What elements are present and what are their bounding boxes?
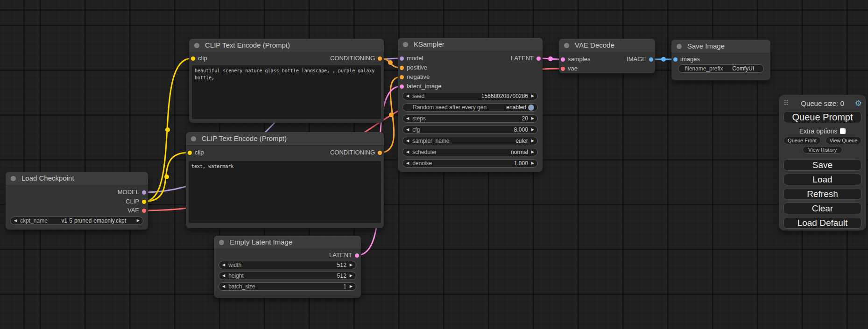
decrement-arrow-icon[interactable]: ◀	[406, 160, 409, 167]
collapse-dot[interactable]	[677, 44, 682, 49]
latent-output-port[interactable]	[355, 253, 359, 258]
ckpt-name-widget[interactable]: ◀ ckpt_name v1-5-pruned-emaonly.ckpt ▶	[10, 217, 143, 225]
width-widget[interactable]: ◀ width 512 ▶	[219, 261, 356, 269]
queue-prompt-button[interactable]: Queue Prompt	[783, 111, 861, 123]
decrement-arrow-icon[interactable]: ◀	[222, 272, 225, 280]
model-output-port[interactable]	[142, 190, 146, 195]
decrement-arrow-icon[interactable]: ◀	[222, 283, 225, 290]
clip-output-port[interactable]	[142, 200, 146, 204]
decrement-arrow-icon[interactable]: ◀	[406, 92, 409, 100]
settings-gear-icon[interactable]: ⚙	[855, 99, 862, 108]
io-row: positive	[398, 63, 543, 72]
node-ksampler[interactable]: KSampler model LATENT positive negative …	[398, 38, 543, 172]
widget-value: 1.000	[514, 160, 528, 167]
samples-input-port[interactable]	[561, 57, 565, 62]
toggle-circle-icon[interactable]	[528, 105, 534, 111]
image-output-port[interactable]	[649, 57, 653, 62]
scheduler-widget[interactable]: ◀ scheduler normal ▶	[402, 148, 538, 156]
io-row: model LATENT	[398, 54, 543, 63]
clear-button[interactable]: Clear	[783, 203, 861, 214]
node-clip-text-encode-positive[interactable]: CLIP Text Encode (Prompt) clip CONDITION…	[189, 39, 384, 123]
decrement-arrow-icon[interactable]: ◀	[406, 148, 409, 156]
decrement-arrow-icon[interactable]: ◀	[14, 217, 17, 224]
node-empty-latent-image[interactable]: Empty Latent Image LATENT ◀ width 512 ▶ …	[214, 236, 361, 298]
conditioning-output-port[interactable]	[378, 151, 382, 155]
increment-arrow-icon[interactable]: ▶	[531, 160, 534, 167]
increment-arrow-icon[interactable]: ▶	[137, 217, 140, 224]
clip-input-port[interactable]	[191, 56, 195, 61]
output-label: IMAGE	[627, 55, 646, 64]
node-vae-decode[interactable]: VAE Decode samples IMAGE vae	[559, 39, 655, 73]
model-input-port[interactable]	[400, 56, 404, 61]
queue-front-button[interactable]: Queue Front	[783, 137, 821, 144]
vae-output-port[interactable]	[142, 209, 146, 213]
node-graph-canvas[interactable]: Load Checkpoint MODEL CLIP VAE ◀ ckpt_na…	[0, 0, 868, 329]
node-titlebar[interactable]: Load Checkpoint	[6, 172, 148, 185]
queue-size-label: Queue size: 0	[779, 98, 866, 109]
decrement-arrow-icon[interactable]: ◀	[406, 137, 409, 145]
node-titlebar[interactable]: CLIP Text Encode (Prompt)	[186, 132, 384, 146]
increment-arrow-icon[interactable]: ▶	[350, 261, 353, 269]
load-button[interactable]: Load	[783, 174, 861, 185]
output-row: VAE	[6, 206, 148, 215]
extra-options-checkbox[interactable]	[840, 128, 846, 134]
denoise-widget[interactable]: ◀ denoise 1.000 ▶	[402, 159, 538, 168]
view-history-button[interactable]: View History	[803, 146, 842, 154]
collapse-dot[interactable]	[194, 43, 199, 48]
load-default-button[interactable]: Load Default	[783, 217, 861, 229]
decrement-arrow-icon[interactable]: ◀	[406, 126, 409, 133]
images-input-port[interactable]	[673, 57, 677, 62]
prompt-textarea[interactable]: beautiful scenery nature glass bottle la…	[192, 65, 381, 119]
node-load-checkpoint[interactable]: Load Checkpoint MODEL CLIP VAE ◀ ckpt_na…	[6, 172, 148, 230]
input-label: vae	[568, 64, 578, 73]
widget-label: batch_size	[228, 283, 255, 290]
decrement-arrow-icon[interactable]: ◀	[222, 261, 225, 269]
save-button[interactable]: Save	[783, 159, 861, 171]
node-titlebar[interactable]: KSampler	[398, 38, 543, 51]
random-seed-toggle[interactable]: Random seed after every gen enabled	[402, 103, 538, 112]
latent-image-input-port[interactable]	[400, 84, 404, 89]
node-save-image[interactable]: Save Image images filename_prefix ComfyU…	[671, 40, 770, 80]
node-titlebar[interactable]: Empty Latent Image	[214, 236, 361, 249]
io-row: images	[671, 55, 770, 64]
collapse-dot[interactable]	[191, 136, 196, 141]
collapse-dot[interactable]	[564, 43, 569, 48]
node-titlebar[interactable]: VAE Decode	[559, 39, 655, 52]
node-titlebar[interactable]: CLIP Text Encode (Prompt)	[189, 39, 384, 52]
increment-arrow-icon[interactable]: ▶	[531, 115, 534, 122]
increment-arrow-icon[interactable]: ▶	[531, 126, 534, 133]
refresh-button[interactable]: Refresh	[783, 188, 861, 200]
collapse-dot[interactable]	[219, 240, 224, 245]
batch-size-widget[interactable]: ◀ batch_size 1 ▶	[219, 282, 356, 291]
decrement-arrow-icon[interactable]: ◀	[406, 115, 409, 122]
queue-panel-header: ⠿ Queue size: 0 ⚙	[779, 98, 866, 109]
cfg-widget[interactable]: ◀ cfg 8.000 ▶	[402, 126, 538, 134]
node-title: Load Checkpoint	[21, 172, 74, 185]
vae-input-port[interactable]	[561, 67, 565, 71]
negative-input-port[interactable]	[400, 75, 404, 79]
input-label: images	[680, 55, 700, 64]
widget-value: euler	[515, 138, 528, 144]
increment-arrow-icon[interactable]: ▶	[531, 148, 534, 156]
prompt-textarea[interactable]: text, watermark	[189, 161, 381, 223]
collapse-dot[interactable]	[11, 176, 16, 181]
positive-input-port[interactable]	[400, 66, 404, 70]
view-queue-button[interactable]: View Queue	[826, 137, 861, 144]
increment-arrow-icon[interactable]: ▶	[350, 283, 353, 290]
collapse-dot[interactable]	[403, 42, 408, 47]
filename-prefix-widget[interactable]: filename_prefix ComfyUI	[678, 64, 764, 73]
sampler-name-widget[interactable]: ◀ sampler_name euler ▶	[402, 137, 538, 145]
steps-widget[interactable]: ◀ steps 20 ▶	[402, 114, 538, 123]
io-row: latent_image	[398, 82, 543, 91]
increment-arrow-icon[interactable]: ▶	[531, 137, 534, 145]
height-widget[interactable]: ◀ height 512 ▶	[219, 272, 356, 280]
io-row: clip CONDITIONING	[189, 54, 384, 63]
node-titlebar[interactable]: Save Image	[671, 40, 770, 53]
increment-arrow-icon[interactable]: ▶	[531, 92, 534, 100]
latent-output-port[interactable]	[536, 56, 541, 61]
node-clip-text-encode-negative[interactable]: CLIP Text Encode (Prompt) clip CONDITION…	[186, 132, 384, 228]
increment-arrow-icon[interactable]: ▶	[350, 272, 353, 280]
conditioning-output-port[interactable]	[378, 56, 382, 61]
clip-input-port[interactable]	[188, 151, 192, 155]
seed-widget[interactable]: ◀ seed 156680208700286 ▶	[402, 92, 538, 100]
